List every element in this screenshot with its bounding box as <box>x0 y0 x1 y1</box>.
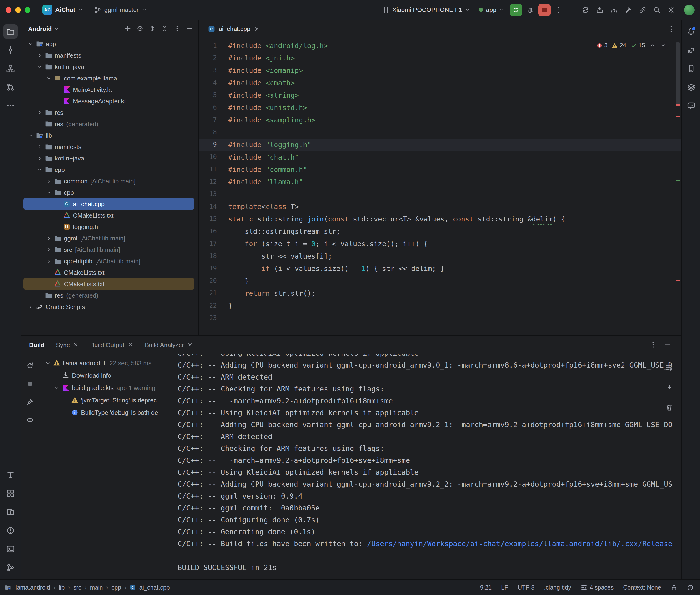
tree-item-app[interactable]: app <box>23 38 194 50</box>
caret-position[interactable]: 9:21 <box>480 584 492 591</box>
tree-item-src[interactable]: src[AiChat.lib.main] <box>23 244 194 255</box>
build-tab-build[interactable]: Build <box>29 341 45 348</box>
close-icon[interactable] <box>128 342 133 348</box>
build-output-link[interactable]: /Users/hanyin/Workspace/ai-chat/examples… <box>367 540 672 548</box>
editor-tab-ai-chat-cpp[interactable]: C ai_chat.cpp <box>202 20 264 38</box>
tree-item-res[interactable]: res(generated) <box>23 118 194 130</box>
notifications-icon[interactable] <box>684 24 698 38</box>
chevron-right-icon[interactable] <box>44 247 53 252</box>
tree-item-cmakelists-txt[interactable]: CMakeLists.txt <box>23 278 194 289</box>
build-console[interactable]: C/C++: -- Using KleidiAI optimized kerne… <box>173 354 681 579</box>
locate-button[interactable] <box>134 23 146 34</box>
chevron-right-icon[interactable] <box>26 304 35 309</box>
chevron-right-icon[interactable] <box>35 53 44 58</box>
build-tools-icon[interactable] <box>622 4 635 16</box>
chevron-down-icon[interactable] <box>35 167 44 172</box>
tree-item-com-example-llama[interactable]: com.example.llama <box>23 73 194 84</box>
breadcrumb-cpp[interactable]: cpp <box>111 584 121 591</box>
build-item-download-info[interactable]: Download info <box>40 369 171 381</box>
debug-button[interactable] <box>524 4 536 16</box>
chevron-down-icon[interactable] <box>43 360 52 366</box>
close-icon[interactable] <box>73 342 79 348</box>
tree-item-ggml[interactable]: ggml[AiChat.lib.main] <box>23 232 194 244</box>
tree-item-gradle-scripts[interactable]: Gradle Scripts <box>23 301 194 312</box>
chevron-right-icon[interactable] <box>44 178 53 183</box>
structure-icon[interactable] <box>3 61 18 76</box>
previous-issue-button[interactable] <box>649 42 655 48</box>
zoom-window-button[interactable] <box>25 7 30 12</box>
more-actions-button[interactable] <box>553 4 565 16</box>
context-widget[interactable]: Context: None <box>623 584 661 591</box>
tree-item-manifests[interactable]: manifests <box>23 141 194 152</box>
build-item-jvmtarget-string-is-deprec[interactable]: 'jvmTarget: String' is deprec <box>40 394 171 406</box>
project-selector[interactable]: AC AiChat <box>39 3 87 16</box>
indent-setting[interactable]: 4 spaces <box>581 584 614 591</box>
tree-item-logging-h[interactable]: Hlogging.h <box>23 221 194 232</box>
tree-item-ai-chat-cpp[interactable]: Cai_chat.cpp <box>23 198 194 209</box>
running-devices-icon[interactable] <box>3 505 18 519</box>
build-tab-build-output[interactable]: Build Output <box>90 341 133 348</box>
chevron-down-icon[interactable] <box>26 133 35 138</box>
chevron-down-icon[interactable] <box>35 64 44 69</box>
tree-item-res[interactable]: res <box>23 107 194 118</box>
breadcrumb-lib[interactable]: lib <box>59 584 64 591</box>
add-button[interactable] <box>122 23 133 34</box>
resource-manager-icon[interactable] <box>684 80 698 94</box>
build-variants-icon[interactable] <box>3 486 18 501</box>
branch-selector[interactable]: ggml-master <box>90 4 150 15</box>
hide-button[interactable] <box>184 23 195 34</box>
tree-item-cpp[interactable]: cpp <box>23 164 194 175</box>
tree-item-kotlin-java[interactable]: kotlin+java <box>23 61 194 73</box>
user-avatar[interactable] <box>684 4 695 15</box>
breadcrumb-src[interactable]: src <box>73 584 81 591</box>
pull-requests-icon[interactable] <box>3 80 18 94</box>
settings-icon[interactable] <box>665 4 677 16</box>
build-tab-sync[interactable]: Sync <box>56 341 79 348</box>
chevron-right-icon[interactable] <box>35 155 44 161</box>
minimize-window-button[interactable] <box>15 7 21 12</box>
chevron-right-icon[interactable] <box>35 110 44 115</box>
run-config-selector[interactable]: app <box>476 5 508 15</box>
code-editor[interactable]: 1#include <android/log.h>2#include <jni.… <box>199 38 681 335</box>
tree-item-lib[interactable]: lib <box>23 130 194 141</box>
more-icon[interactable] <box>3 98 18 113</box>
close-icon[interactable] <box>254 26 259 32</box>
errors-indicator[interactable]: 3 <box>596 42 607 49</box>
run-button[interactable] <box>510 4 522 16</box>
project-icon[interactable] <box>3 24 18 38</box>
terminal-icon[interactable] <box>3 542 18 556</box>
build-item-buildtype-debug-is-both-de[interactable]: BuildType 'debug' is both de <box>40 406 171 419</box>
tree-item-cpp-httplib[interactable]: cpp-httplib[AiChat.lib.main] <box>23 255 194 267</box>
device-manager-icon[interactable] <box>684 61 698 76</box>
tree-item-cmakelists-txt[interactable]: CMakeLists.txt <box>23 267 194 278</box>
tree-item-kotlin-java[interactable]: kotlin+java <box>23 152 194 164</box>
build-item-llama-android-fi[interactable]: llama.android: fi22 sec, 583 ms <box>40 357 171 369</box>
rerun-button[interactable] <box>24 360 36 372</box>
build-item-build-gradle-kts[interactable]: build.gradle.ktsapp 1 warning <box>40 381 171 394</box>
tree-item-messageadapter-kt[interactable]: MessageAdapter.kt <box>23 95 194 107</box>
editor-options-button[interactable] <box>665 23 677 35</box>
chevron-right-icon[interactable] <box>44 258 53 263</box>
hide-build-panel-button[interactable] <box>661 339 674 351</box>
chevron-down-icon[interactable] <box>44 76 53 81</box>
search-everywhere-icon[interactable] <box>651 4 663 16</box>
passed-indicator[interactable]: 15 <box>631 42 645 49</box>
collapse-all-button[interactable] <box>159 23 171 34</box>
warnings-indicator[interactable]: 24 <box>612 42 626 49</box>
project-view-selector[interactable]: Android <box>28 25 59 32</box>
tree-item-cpp[interactable]: cpp <box>23 187 194 198</box>
chevron-right-icon[interactable] <box>35 144 44 149</box>
chevron-down-icon[interactable] <box>26 41 35 47</box>
options-button[interactable] <box>171 23 183 34</box>
chevron-down-icon[interactable] <box>52 385 61 390</box>
file-encoding[interactable]: UTF-8 <box>517 584 534 591</box>
stop-button[interactable] <box>538 4 551 16</box>
problems-icon[interactable] <box>3 523 18 538</box>
highlight-level-icon[interactable] <box>687 584 694 591</box>
next-issue-button[interactable] <box>660 42 666 48</box>
close-window-button[interactable] <box>6 7 11 12</box>
tree-item-mainactivity-kt[interactable]: MainActivity.kt <box>23 84 194 95</box>
gradle-icon[interactable] <box>684 43 698 57</box>
tree-item-manifests[interactable]: manifests <box>23 50 194 61</box>
gradle-sync-icon[interactable] <box>579 4 592 16</box>
